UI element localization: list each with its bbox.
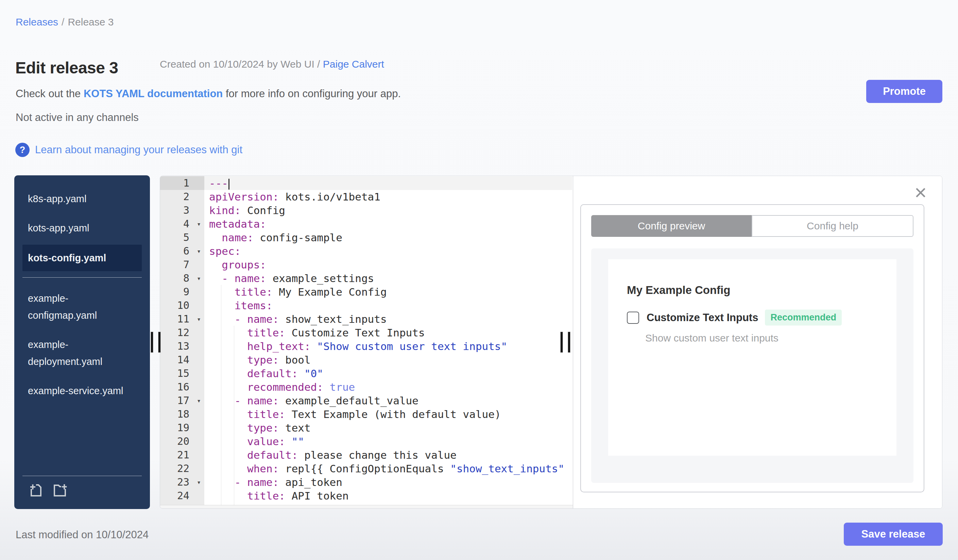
breadcrumb: Releases/Release 3 [16, 16, 114, 28]
fold-arrow-icon[interactable]: ▾ [197, 312, 201, 326]
sidebar-file-example-configmap.yaml[interactable]: example-configmap.yaml [14, 284, 150, 330]
code-line: apiVersion: kots.io/v1beta1 [204, 190, 572, 204]
editor-line-2: 2apiVersion: kots.io/v1beta1 [160, 190, 572, 204]
breadcrumb-releases-link[interactable]: Releases [16, 16, 58, 27]
line-number: 6▾ [160, 244, 204, 258]
page-title: Edit release 3 [15, 59, 118, 77]
created-meta: Created on 10/10/2024 by Web UI / Paige … [160, 59, 384, 70]
config-group-title: My Example Config [608, 259, 896, 297]
code-line: - name: show_text_inputs [204, 312, 572, 326]
line-number: 15 [160, 367, 204, 380]
config-item-label: Customize Text Inputs [647, 312, 758, 324]
add-file-button[interactable] [28, 482, 44, 500]
doc-hint-after: for more info on configuring your app. [223, 88, 401, 100]
code-line: kind: Config [204, 204, 572, 217]
editor-line-16: 16 recommended: true [160, 380, 572, 394]
editor-line-13: 13 help_text: "Show custom user text inp… [160, 340, 572, 353]
fold-arrow-icon[interactable]: ▾ [197, 272, 201, 285]
code-line: - name: example_default_value [204, 394, 572, 407]
editor-line-10: 10 items: [160, 299, 572, 312]
kots-docs-link[interactable]: KOTS YAML documentation [84, 88, 223, 100]
sidebar-file-k8s-app.yaml[interactable]: k8s-app.yaml [14, 184, 150, 214]
preview-tabs: Config previewConfig help [591, 215, 914, 237]
last-modified-text: Last modified on 10/10/2024 [16, 529, 149, 541]
editor-line-8: 8▾ - name: example_settings [160, 272, 572, 285]
line-number: 3 [160, 204, 204, 217]
line-number: 8▾ [160, 272, 204, 285]
editor-horizontal-scrollbar[interactable] [160, 505, 573, 508]
line-number: 21 [160, 448, 204, 462]
editor-preview-resize-handle[interactable] [560, 332, 571, 352]
editor-line-23: 23▾ - name: api_token [160, 475, 572, 489]
customize-text-inputs-checkbox[interactable] [627, 312, 639, 324]
add-folder-icon [52, 482, 68, 498]
close-preview-button[interactable] [914, 185, 928, 200]
add-file-icon [28, 482, 44, 498]
editor-line-5: 5 name: config-sample [160, 231, 572, 244]
close-icon [914, 185, 928, 200]
fold-arrow-icon[interactable]: ▾ [197, 394, 201, 407]
code-line: metadata: [204, 217, 572, 231]
line-number: 16 [160, 380, 204, 394]
promote-button[interactable]: Promote [866, 80, 942, 103]
code-line: items: [204, 299, 572, 312]
breadcrumb-separator: / [62, 16, 64, 27]
file-list: k8s-app.yamlkots-app.yamlkots-config.yam… [14, 176, 150, 405]
editor-line-24: 24 title: API token [160, 489, 572, 503]
code-line: type: bool [204, 353, 572, 367]
code-line: title: API token [204, 489, 572, 503]
fold-arrow-icon[interactable]: ▾ [197, 475, 201, 489]
code-line: type: text [204, 421, 572, 435]
created-by-link[interactable]: Paige Calvert [323, 59, 384, 70]
editor-line-22: 22 when: repl{{ ConfigOptionEquals "show… [160, 462, 572, 475]
code-line: default: please change this value [204, 448, 572, 462]
config-render-card: My Example Config Customize Text Inputs … [608, 259, 896, 456]
channel-status: Not active in any channels [16, 111, 139, 124]
sidebar-file-example-deployment.yaml[interactable]: example-deployment.yaml [14, 330, 150, 376]
code-line: title: My Example Config [204, 285, 572, 299]
line-number: 10 [160, 299, 204, 312]
code-line: when: repl{{ ConfigOptionEquals "show_te… [204, 462, 572, 475]
editor-line-14: 14 type: bool [160, 353, 572, 367]
sidebar-file-example-service.yaml[interactable]: example-service.yaml [14, 376, 150, 405]
file-sidebar: k8s-app.yamlkots-app.yamlkots-config.yam… [14, 176, 150, 509]
editor-line-19: 19 type: text [160, 421, 572, 435]
line-number: 24 [160, 489, 204, 503]
sidebar-divider [22, 277, 142, 278]
git-help-row: ? Learn about managing your releases wit… [15, 143, 243, 157]
release-workbench: 1---2apiVersion: kots.io/v1beta13kind: C… [160, 176, 942, 509]
editor-line-7: 7 groups: [160, 258, 572, 272]
editor-rows[interactable]: 1---2apiVersion: kots.io/v1beta13kind: C… [160, 176, 572, 509]
sidebar-file-kots-config.yaml[interactable]: kots-config.yaml [22, 245, 142, 271]
indent-guide [221, 285, 221, 505]
code-line: default: "0" [204, 367, 572, 380]
code-line: groups: [204, 258, 572, 272]
line-number: 23▾ [160, 475, 204, 489]
sidebar-editor-resize-handle[interactable] [151, 332, 161, 352]
editor-line-15: 15 default: "0" [160, 367, 572, 380]
editor-line-12: 12 title: Customize Text Inputs [160, 326, 572, 340]
save-release-button[interactable]: Save release [844, 523, 943, 546]
tab-config-preview[interactable]: Config preview [591, 215, 752, 237]
doc-hint-before: Check out the [16, 88, 84, 100]
line-number: 22 [160, 462, 204, 475]
fold-arrow-icon[interactable]: ▾ [197, 244, 201, 258]
code-line: title: Customize Text Inputs [204, 326, 572, 340]
line-number: 7 [160, 258, 204, 272]
breadcrumb-current: Release 3 [68, 16, 114, 27]
code-line: - name: api_token [204, 475, 572, 489]
editor-line-3: 3kind: Config [160, 204, 572, 217]
code-line: help_text: "Show custom user text inputs… [204, 340, 572, 353]
editor-line-1: 1--- [160, 176, 572, 190]
fold-arrow-icon[interactable]: ▾ [197, 217, 201, 231]
question-mark-icon: ? [15, 143, 30, 157]
add-folder-button[interactable] [52, 482, 68, 500]
tab-config-help[interactable]: Config help [752, 215, 914, 237]
line-number: 12 [160, 326, 204, 340]
sidebar-footer [22, 476, 142, 501]
sidebar-file-kots-app.yaml[interactable]: kots-app.yaml [14, 214, 150, 243]
edit-release-page: Releases/Release 3 Edit release 3 Create… [0, 0, 958, 560]
code-line: recommended: true [204, 380, 572, 394]
git-releases-link[interactable]: Learn about managing your releases with … [35, 144, 243, 156]
doc-hint: Check out the KOTS YAML documentation fo… [16, 88, 401, 100]
